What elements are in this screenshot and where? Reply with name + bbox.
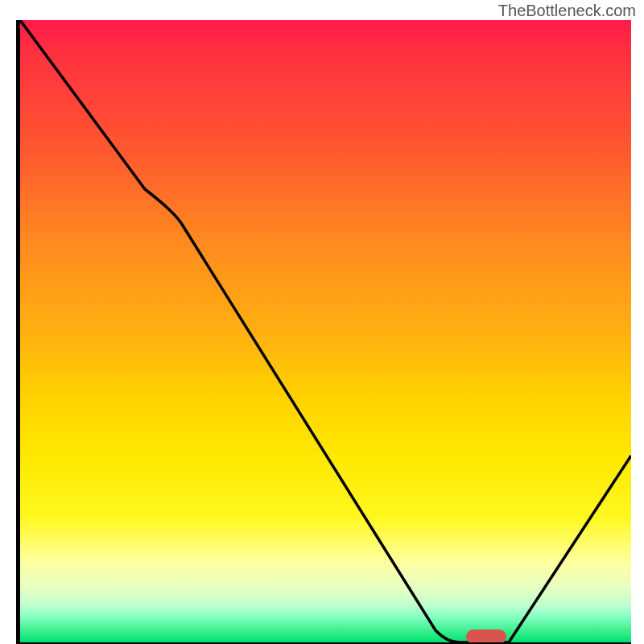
bottleneck-curve — [20, 20, 631, 642]
watermark-text: TheBottleneck.com — [498, 2, 636, 20]
chart-plot-area — [16, 20, 631, 644]
optimum-marker — [466, 630, 506, 644]
